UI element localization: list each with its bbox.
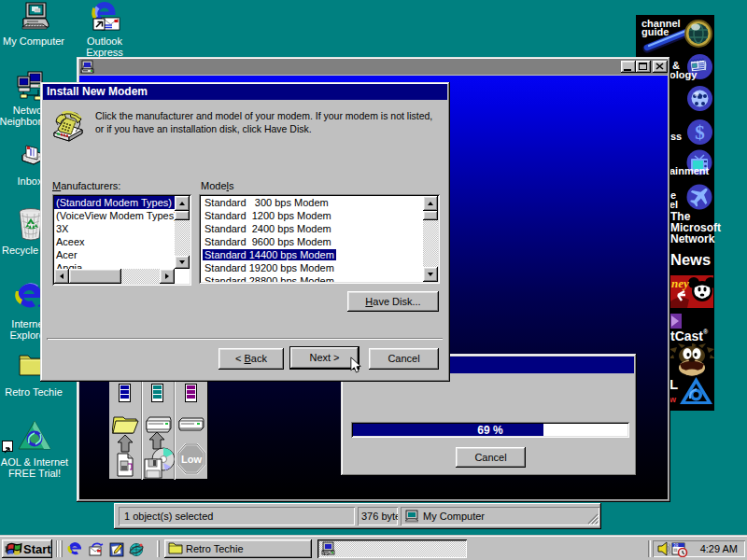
svg-text:38: 38	[673, 543, 679, 548]
svg-text:Low: Low	[181, 454, 202, 465]
svg-text:ney: ney	[671, 276, 689, 290]
svg-text:$: $	[695, 121, 705, 144]
